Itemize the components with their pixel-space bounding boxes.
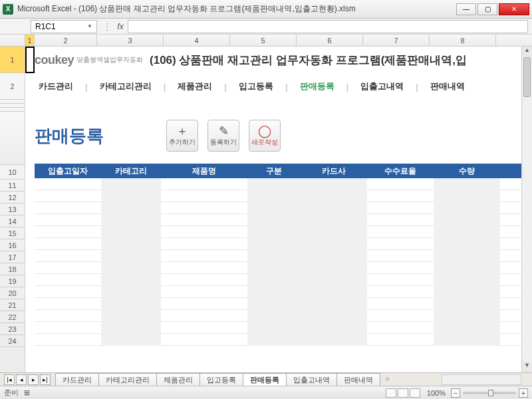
table-cell[interactable] (161, 226, 247, 238)
row-header[interactable]: 22 (0, 311, 25, 323)
table-cell[interactable] (161, 238, 247, 250)
table-cell[interactable] (301, 214, 367, 226)
table-cell[interactable] (367, 226, 434, 238)
table-cell[interactable] (101, 334, 161, 346)
table-cell[interactable] (247, 178, 301, 190)
chevron-down-icon[interactable]: ▼ (87, 23, 92, 29)
table-cell[interactable] (367, 202, 434, 214)
minimize-button[interactable]: — (456, 3, 476, 15)
table-cell[interactable] (434, 190, 500, 202)
sheet-tab[interactable]: 입고등록 (200, 373, 243, 386)
table-cell[interactable] (101, 226, 161, 238)
table-cell[interactable] (101, 238, 161, 250)
table-cell[interactable] (434, 298, 500, 310)
row-header[interactable]: 12 (0, 192, 25, 203)
table-cell[interactable] (247, 310, 301, 322)
table-cell[interactable] (367, 310, 434, 322)
nav-item[interactable]: 판매등록 (296, 80, 338, 92)
row-header[interactable]: 20 (0, 287, 25, 299)
table-cell[interactable] (301, 286, 367, 298)
horizontal-scrollbar[interactable] (442, 374, 521, 385)
row-header[interactable]: 21 (0, 299, 25, 311)
table-row[interactable] (35, 322, 532, 334)
table-cell[interactable] (247, 286, 301, 298)
table-cell[interactable] (247, 250, 301, 262)
table-cell[interactable] (101, 286, 161, 298)
table-cell[interactable] (301, 310, 367, 322)
table-row[interactable] (35, 238, 532, 250)
table-cell[interactable] (367, 190, 434, 202)
table-cell[interactable] (247, 334, 301, 346)
table-cell[interactable] (301, 298, 367, 310)
table-cell[interactable] (161, 190, 247, 202)
sheet-tab[interactable]: 카드관리 (55, 373, 99, 386)
nav-item[interactable]: 제품관리 (174, 80, 216, 92)
table-cell[interactable] (101, 298, 161, 310)
table-cell[interactable] (434, 262, 500, 274)
new-sheet-button[interactable]: ✧ (380, 375, 394, 384)
nav-item[interactable]: 카테고리관리 (96, 80, 156, 92)
table-cell[interactable] (35, 334, 101, 346)
table-row[interactable] (35, 334, 532, 346)
table-cell[interactable] (367, 178, 434, 190)
row-header[interactable]: 18 (0, 263, 25, 275)
table-cell[interactable] (101, 262, 161, 274)
view-pagebreak-icon[interactable] (410, 388, 420, 398)
sheet-tab[interactable]: 제품관리 (156, 373, 200, 386)
table-cell[interactable] (161, 322, 247, 334)
table-cell[interactable] (434, 202, 500, 214)
table-cell[interactable] (301, 322, 367, 334)
table-cell[interactable] (161, 298, 247, 310)
sheet-tab[interactable]: 판매등록 (243, 373, 287, 386)
table-cell[interactable] (367, 334, 434, 346)
row-header[interactable]: 14 (0, 215, 25, 227)
nav-item[interactable]: 입출고내역 (356, 80, 408, 92)
table-cell[interactable] (101, 190, 161, 202)
tab-nav-last[interactable]: ▸| (40, 374, 51, 385)
table-cell[interactable] (367, 214, 434, 226)
table-cell[interactable] (35, 310, 101, 322)
table-cell[interactable] (35, 202, 101, 214)
row-header[interactable]: 15 (0, 227, 25, 239)
sheet-tab[interactable]: 카테고리관리 (98, 373, 157, 386)
table-cell[interactable] (434, 178, 500, 190)
table-cell[interactable] (301, 190, 367, 202)
table-cell[interactable] (434, 322, 500, 334)
table-row[interactable] (35, 178, 532, 190)
table-cell[interactable] (35, 178, 101, 190)
zoom-thumb[interactable] (488, 390, 493, 396)
table-cell[interactable] (434, 334, 500, 346)
zoom-out-button[interactable]: − (451, 388, 460, 398)
table-cell[interactable] (35, 298, 101, 310)
table-row[interactable] (35, 286, 532, 298)
table-cell[interactable] (161, 250, 247, 262)
table-cell[interactable] (101, 310, 161, 322)
table-cell[interactable] (247, 214, 301, 226)
table-cell[interactable] (35, 214, 101, 226)
zoom-slider[interactable] (463, 392, 516, 394)
formula-input[interactable] (128, 20, 528, 33)
table-cell[interactable] (161, 178, 247, 190)
table-cell[interactable] (101, 274, 161, 286)
table-cell[interactable] (161, 334, 247, 346)
table-cell[interactable] (301, 226, 367, 238)
scroll-thumb[interactable] (523, 57, 531, 97)
column-header[interactable]: 4 (164, 35, 230, 46)
column-header[interactable]: 5 (230, 35, 297, 46)
table-cell[interactable] (247, 190, 301, 202)
table-cell[interactable] (367, 250, 434, 262)
table-cell[interactable] (161, 262, 247, 274)
sheet-tab[interactable]: 입출고내역 (286, 373, 337, 386)
table-cell[interactable] (35, 262, 101, 274)
table-cell[interactable] (434, 214, 500, 226)
tab-nav-first[interactable]: |◂ (4, 374, 15, 385)
column-header[interactable]: 6 (297, 35, 363, 46)
vertical-scrollbar[interactable]: ▲ ▼ (521, 47, 532, 372)
table-cell[interactable] (247, 262, 301, 274)
table-cell[interactable] (247, 226, 301, 238)
table-cell[interactable] (101, 214, 161, 226)
table-cell[interactable] (367, 322, 434, 334)
table-cell[interactable] (247, 238, 301, 250)
new-button[interactable]: ◯새로작성 (249, 120, 281, 152)
fx-button[interactable]: fx (113, 22, 128, 31)
